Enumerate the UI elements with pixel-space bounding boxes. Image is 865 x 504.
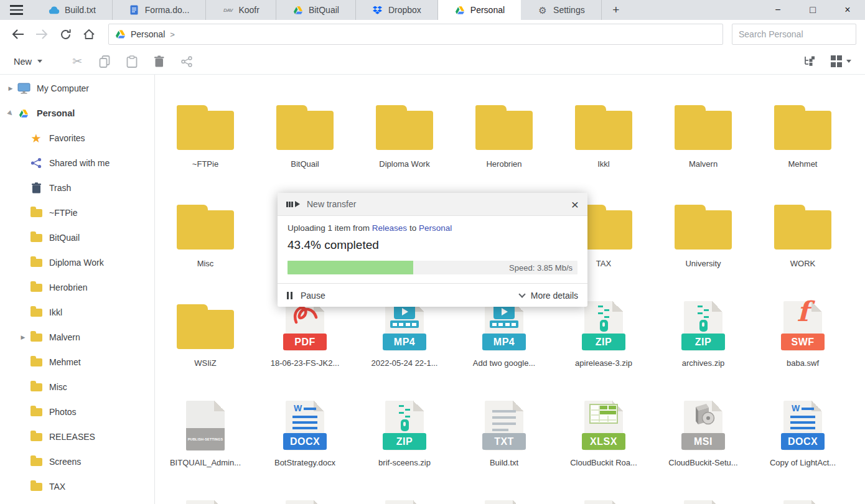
- share-button[interactable]: [173, 51, 200, 72]
- sidebar-item-label: ~FTPie: [49, 208, 78, 218]
- file-item[interactable]: [255, 490, 355, 504]
- back-button[interactable]: [6, 24, 30, 45]
- file-item[interactable]: [554, 490, 653, 504]
- sidebar-item-bitquail[interactable]: BitQuail: [0, 225, 154, 250]
- more-details-button[interactable]: More details: [520, 291, 578, 301]
- folder-item[interactable]: University: [653, 192, 753, 291]
- item-name: 2022-05-24 22-1...: [372, 358, 438, 368]
- tab-koofr[interactable]: DAVKoofr: [206, 0, 276, 20]
- sidebar-item-releases[interactable]: RELEASES: [0, 424, 154, 449]
- expander-arrow-icon[interactable]: ▶: [17, 334, 29, 340]
- folder-item[interactable]: Diploma Work: [355, 92, 454, 192]
- folder-item[interactable]: WORK: [753, 192, 853, 291]
- file-item[interactable]: [355, 490, 454, 504]
- transfer-dialog: New transfer × Uploading 1 item from Rel…: [278, 193, 587, 307]
- item-name: Mehmet: [788, 159, 818, 169]
- search-input[interactable]: [739, 29, 851, 39]
- file-item[interactable]: [753, 490, 853, 504]
- file-item[interactable]: WDOCXBotStrategy.docx: [255, 391, 355, 490]
- sidebar-item-ftpie[interactable]: ~FTPie: [0, 200, 154, 225]
- sidebar-item-ikkl[interactable]: Ikkl: [0, 300, 154, 325]
- grid-row: PUBLISH-SETTINGSBITQUAIL_Admin...WDOCXBo…: [156, 391, 865, 490]
- sidebar-item-diploma-work[interactable]: Diploma Work: [0, 250, 154, 275]
- sidebar-item-my-computer[interactable]: ▶My Computer: [0, 76, 154, 101]
- tab-label: Forma.do...: [145, 5, 190, 15]
- menu-icon[interactable]: [0, 0, 32, 20]
- tab-label: Dropbox: [388, 5, 421, 15]
- folder-item[interactable]: Herobrien: [454, 92, 554, 192]
- expander-arrow-icon[interactable]: ▶: [5, 85, 16, 91]
- cut-button[interactable]: ✂: [63, 51, 91, 72]
- refresh-button[interactable]: [54, 24, 77, 45]
- sidebar-item-herobrien[interactable]: Herobrien: [0, 275, 154, 300]
- more-details-label: More details: [531, 291, 578, 301]
- folder-item[interactable]: Malvern: [653, 92, 753, 192]
- folder-item[interactable]: WSIiZ: [156, 291, 255, 391]
- file-item[interactable]: [454, 490, 554, 504]
- folder-item[interactable]: Mehmet: [753, 92, 853, 192]
- folder-icon: [29, 259, 44, 267]
- sidebar-item-photos[interactable]: Photos: [0, 399, 154, 424]
- folder-icon: [29, 209, 44, 217]
- breadcrumb[interactable]: Personal >: [108, 24, 723, 45]
- file-item[interactable]: [653, 490, 753, 504]
- sidebar-item-label: Ikkl: [49, 307, 62, 317]
- folder-icon: [177, 291, 234, 351]
- sidebar-item-favorites[interactable]: ★Favorites: [0, 126, 154, 151]
- sort-button[interactable]: [796, 51, 823, 72]
- home-button[interactable]: [77, 24, 101, 45]
- sidebar-item-personal[interactable]: ▶Personal: [0, 101, 154, 126]
- pause-button[interactable]: Pause: [287, 291, 325, 301]
- folder-item[interactable]: ~FTPie: [156, 92, 255, 192]
- tab-personal[interactable]: Personal: [438, 0, 521, 20]
- file-item[interactable]: TXTBuild.txt: [454, 391, 554, 490]
- computer-icon: [16, 83, 31, 94]
- tab-dropbox[interactable]: Dropbox: [356, 0, 438, 20]
- copy-button[interactable]: [91, 51, 118, 72]
- folder-icon: [29, 483, 44, 491]
- folder-icon: [29, 458, 44, 466]
- tab-bitquail[interactable]: BitQuail: [276, 0, 356, 20]
- source-link[interactable]: Releases: [372, 223, 407, 233]
- sidebar-item-screens[interactable]: Screens: [0, 449, 154, 474]
- file-item[interactable]: [156, 490, 255, 504]
- folder-item[interactable]: Ikkl: [554, 92, 653, 192]
- file-item[interactable]: fSWFbaba.swf: [753, 291, 853, 391]
- item-name: 18-06-23-FS-JK2...: [271, 358, 340, 368]
- file-item[interactable]: XLSXCloudBuckit Roa...: [554, 391, 653, 490]
- tab-build-txt[interactable]: Build.txt: [32, 0, 113, 20]
- sidebar-item-tax[interactable]: TAX: [0, 474, 154, 499]
- file-item[interactable]: ZIParchives.zip: [653, 291, 753, 391]
- sidebar-item-label: Herobrien: [49, 282, 87, 292]
- breadcrumb-separator: >: [170, 30, 175, 39]
- tab-forma-do[interactable]: Forma.do...: [113, 0, 207, 20]
- destination-link[interactable]: Personal: [419, 223, 452, 233]
- new-button[interactable]: New: [10, 53, 46, 70]
- file-item[interactable]: PUBLISH-SETTINGSBITQUAIL_Admin...: [156, 391, 255, 490]
- tab-settings[interactable]: ⚙Settings: [521, 0, 602, 20]
- file-item[interactable]: WDOCXCopy of LightAct...: [753, 391, 853, 490]
- new-tab-button[interactable]: +: [602, 0, 630, 20]
- file-item[interactable]: MSICloudBuckit-Setu...: [653, 391, 753, 490]
- view-mode-button[interactable]: [827, 53, 856, 70]
- file-item[interactable]: ZIPbrif-sceens.zip: [355, 391, 454, 490]
- folder-icon: [29, 309, 44, 317]
- sidebar-item-mehmet[interactable]: Mehmet: [0, 350, 154, 375]
- paste-button[interactable]: [118, 51, 146, 72]
- dialog-close-icon[interactable]: ×: [571, 198, 579, 211]
- delete-button[interactable]: [146, 51, 173, 72]
- forward-button[interactable]: [30, 24, 54, 45]
- minimize-button[interactable]: −: [760, 0, 795, 20]
- expander-arrow-icon[interactable]: ▶: [4, 107, 17, 119]
- folder-icon: [29, 284, 44, 292]
- close-button[interactable]: ×: [830, 0, 865, 20]
- sidebar-item-misc[interactable]: Misc: [0, 375, 154, 399]
- maximize-button[interactable]: □: [795, 0, 830, 20]
- sidebar-item-trash[interactable]: Trash: [0, 175, 154, 200]
- sidebar-item-label: Malvern: [49, 332, 80, 342]
- chevron-down-icon: [846, 60, 851, 63]
- sidebar-item-malvern[interactable]: ▶Malvern: [0, 325, 154, 350]
- folder-item[interactable]: BitQuail: [255, 92, 355, 192]
- folder-item[interactable]: Misc: [156, 192, 255, 291]
- sidebar-item-shared-with-me[interactable]: Shared with me: [0, 151, 154, 175]
